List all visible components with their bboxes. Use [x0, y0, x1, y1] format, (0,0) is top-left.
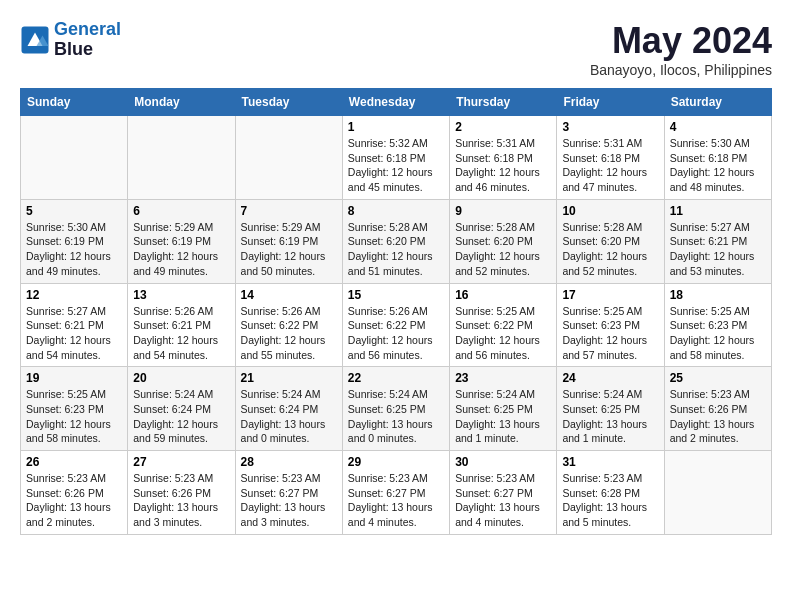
day-number: 17 [562, 288, 658, 302]
day-info: Sunrise: 5:23 AM Sunset: 6:27 PM Dayligh… [348, 471, 444, 530]
day-number: 9 [455, 204, 551, 218]
day-info: Sunrise: 5:25 AM Sunset: 6:23 PM Dayligh… [670, 304, 766, 363]
day-number: 22 [348, 371, 444, 385]
header-day-saturday: Saturday [664, 89, 771, 116]
logo: GeneralBlue [20, 20, 121, 60]
calendar-cell: 14Sunrise: 5:26 AM Sunset: 6:22 PM Dayli… [235, 283, 342, 367]
calendar-cell: 16Sunrise: 5:25 AM Sunset: 6:22 PM Dayli… [450, 283, 557, 367]
calendar-cell: 30Sunrise: 5:23 AM Sunset: 6:27 PM Dayli… [450, 451, 557, 535]
calendar-cell: 24Sunrise: 5:24 AM Sunset: 6:25 PM Dayli… [557, 367, 664, 451]
day-number: 11 [670, 204, 766, 218]
calendar-cell: 13Sunrise: 5:26 AM Sunset: 6:21 PM Dayli… [128, 283, 235, 367]
calendar-cell: 29Sunrise: 5:23 AM Sunset: 6:27 PM Dayli… [342, 451, 449, 535]
calendar-cell: 19Sunrise: 5:25 AM Sunset: 6:23 PM Dayli… [21, 367, 128, 451]
day-info: Sunrise: 5:26 AM Sunset: 6:21 PM Dayligh… [133, 304, 229, 363]
calendar-header-row: SundayMondayTuesdayWednesdayThursdayFrid… [21, 89, 772, 116]
day-number: 30 [455, 455, 551, 469]
day-info: Sunrise: 5:25 AM Sunset: 6:23 PM Dayligh… [562, 304, 658, 363]
calendar-table: SundayMondayTuesdayWednesdayThursdayFrid… [20, 88, 772, 535]
calendar-cell: 12Sunrise: 5:27 AM Sunset: 6:21 PM Dayli… [21, 283, 128, 367]
day-info: Sunrise: 5:27 AM Sunset: 6:21 PM Dayligh… [670, 220, 766, 279]
day-number: 19 [26, 371, 122, 385]
calendar-week-5: 26Sunrise: 5:23 AM Sunset: 6:26 PM Dayli… [21, 451, 772, 535]
calendar-cell [664, 451, 771, 535]
calendar-week-1: 1Sunrise: 5:32 AM Sunset: 6:18 PM Daylig… [21, 116, 772, 200]
day-info: Sunrise: 5:24 AM Sunset: 6:25 PM Dayligh… [455, 387, 551, 446]
calendar-cell: 10Sunrise: 5:28 AM Sunset: 6:20 PM Dayli… [557, 199, 664, 283]
day-info: Sunrise: 5:23 AM Sunset: 6:26 PM Dayligh… [670, 387, 766, 446]
day-number: 5 [26, 204, 122, 218]
header-day-sunday: Sunday [21, 89, 128, 116]
day-info: Sunrise: 5:25 AM Sunset: 6:22 PM Dayligh… [455, 304, 551, 363]
calendar-cell: 18Sunrise: 5:25 AM Sunset: 6:23 PM Dayli… [664, 283, 771, 367]
calendar-cell: 3Sunrise: 5:31 AM Sunset: 6:18 PM Daylig… [557, 116, 664, 200]
day-number: 7 [241, 204, 337, 218]
day-info: Sunrise: 5:23 AM Sunset: 6:26 PM Dayligh… [26, 471, 122, 530]
day-number: 4 [670, 120, 766, 134]
day-info: Sunrise: 5:31 AM Sunset: 6:18 PM Dayligh… [562, 136, 658, 195]
day-number: 1 [348, 120, 444, 134]
day-info: Sunrise: 5:29 AM Sunset: 6:19 PM Dayligh… [133, 220, 229, 279]
day-number: 3 [562, 120, 658, 134]
header-day-wednesday: Wednesday [342, 89, 449, 116]
calendar-cell: 22Sunrise: 5:24 AM Sunset: 6:25 PM Dayli… [342, 367, 449, 451]
day-number: 18 [670, 288, 766, 302]
calendar-cell: 17Sunrise: 5:25 AM Sunset: 6:23 PM Dayli… [557, 283, 664, 367]
calendar-cell: 23Sunrise: 5:24 AM Sunset: 6:25 PM Dayli… [450, 367, 557, 451]
day-info: Sunrise: 5:23 AM Sunset: 6:27 PM Dayligh… [241, 471, 337, 530]
day-info: Sunrise: 5:23 AM Sunset: 6:28 PM Dayligh… [562, 471, 658, 530]
day-number: 31 [562, 455, 658, 469]
day-info: Sunrise: 5:30 AM Sunset: 6:19 PM Dayligh… [26, 220, 122, 279]
calendar-cell: 15Sunrise: 5:26 AM Sunset: 6:22 PM Dayli… [342, 283, 449, 367]
day-number: 24 [562, 371, 658, 385]
day-number: 29 [348, 455, 444, 469]
header-day-monday: Monday [128, 89, 235, 116]
calendar-cell [21, 116, 128, 200]
day-number: 14 [241, 288, 337, 302]
day-number: 27 [133, 455, 229, 469]
header-day-friday: Friday [557, 89, 664, 116]
day-info: Sunrise: 5:24 AM Sunset: 6:24 PM Dayligh… [241, 387, 337, 446]
logo-icon [20, 25, 50, 55]
calendar-cell: 2Sunrise: 5:31 AM Sunset: 6:18 PM Daylig… [450, 116, 557, 200]
day-number: 16 [455, 288, 551, 302]
day-info: Sunrise: 5:24 AM Sunset: 6:25 PM Dayligh… [348, 387, 444, 446]
calendar-cell [235, 116, 342, 200]
calendar-cell: 31Sunrise: 5:23 AM Sunset: 6:28 PM Dayli… [557, 451, 664, 535]
calendar-week-4: 19Sunrise: 5:25 AM Sunset: 6:23 PM Dayli… [21, 367, 772, 451]
calendar-cell: 7Sunrise: 5:29 AM Sunset: 6:19 PM Daylig… [235, 199, 342, 283]
calendar-cell: 1Sunrise: 5:32 AM Sunset: 6:18 PM Daylig… [342, 116, 449, 200]
calendar-cell: 11Sunrise: 5:27 AM Sunset: 6:21 PM Dayli… [664, 199, 771, 283]
day-info: Sunrise: 5:28 AM Sunset: 6:20 PM Dayligh… [562, 220, 658, 279]
day-number: 25 [670, 371, 766, 385]
calendar-cell: 4Sunrise: 5:30 AM Sunset: 6:18 PM Daylig… [664, 116, 771, 200]
month-title: May 2024 [590, 20, 772, 62]
day-number: 6 [133, 204, 229, 218]
calendar-week-3: 12Sunrise: 5:27 AM Sunset: 6:21 PM Dayli… [21, 283, 772, 367]
day-number: 28 [241, 455, 337, 469]
day-number: 26 [26, 455, 122, 469]
header-day-thursday: Thursday [450, 89, 557, 116]
day-number: 10 [562, 204, 658, 218]
day-info: Sunrise: 5:25 AM Sunset: 6:23 PM Dayligh… [26, 387, 122, 446]
day-info: Sunrise: 5:31 AM Sunset: 6:18 PM Dayligh… [455, 136, 551, 195]
calendar-cell: 9Sunrise: 5:28 AM Sunset: 6:20 PM Daylig… [450, 199, 557, 283]
day-info: Sunrise: 5:23 AM Sunset: 6:27 PM Dayligh… [455, 471, 551, 530]
calendar-body: 1Sunrise: 5:32 AM Sunset: 6:18 PM Daylig… [21, 116, 772, 535]
day-info: Sunrise: 5:27 AM Sunset: 6:21 PM Dayligh… [26, 304, 122, 363]
day-number: 8 [348, 204, 444, 218]
day-info: Sunrise: 5:24 AM Sunset: 6:24 PM Dayligh… [133, 387, 229, 446]
logo-text: GeneralBlue [54, 20, 121, 60]
day-info: Sunrise: 5:24 AM Sunset: 6:25 PM Dayligh… [562, 387, 658, 446]
day-number: 15 [348, 288, 444, 302]
header-day-tuesday: Tuesday [235, 89, 342, 116]
calendar-cell: 25Sunrise: 5:23 AM Sunset: 6:26 PM Dayli… [664, 367, 771, 451]
day-number: 21 [241, 371, 337, 385]
day-info: Sunrise: 5:26 AM Sunset: 6:22 PM Dayligh… [241, 304, 337, 363]
day-info: Sunrise: 5:32 AM Sunset: 6:18 PM Dayligh… [348, 136, 444, 195]
day-info: Sunrise: 5:23 AM Sunset: 6:26 PM Dayligh… [133, 471, 229, 530]
calendar-cell: 20Sunrise: 5:24 AM Sunset: 6:24 PM Dayli… [128, 367, 235, 451]
calendar-cell: 27Sunrise: 5:23 AM Sunset: 6:26 PM Dayli… [128, 451, 235, 535]
calendar-cell: 26Sunrise: 5:23 AM Sunset: 6:26 PM Dayli… [21, 451, 128, 535]
day-info: Sunrise: 5:30 AM Sunset: 6:18 PM Dayligh… [670, 136, 766, 195]
